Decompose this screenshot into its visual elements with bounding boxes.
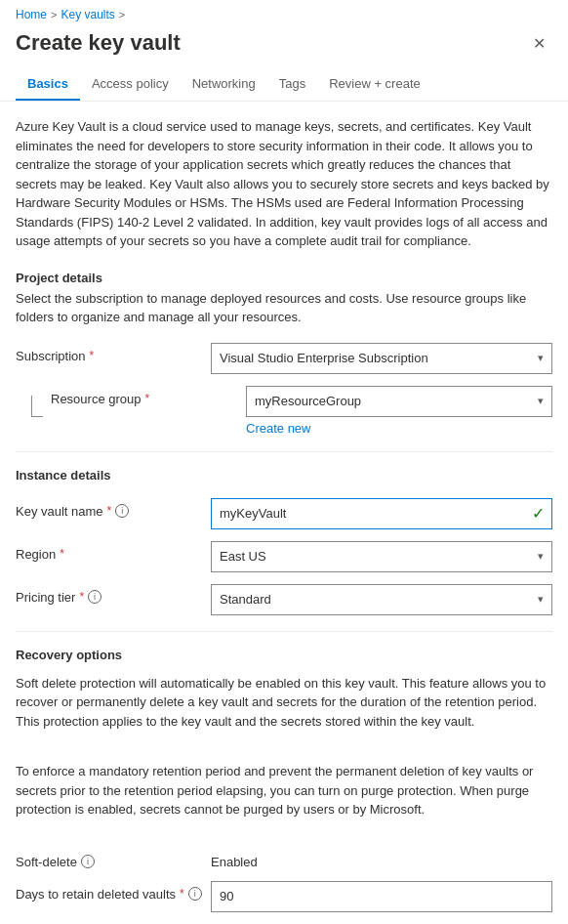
subscription-group: Subscription * Visual Studio Enterprise … — [16, 343, 552, 374]
breadcrumb-sep1: > — [51, 9, 57, 21]
region-chevron-icon: ▾ — [538, 550, 544, 563]
breadcrumb: Home > Key vaults > — [0, 0, 568, 25]
key-vault-name-label: Key vault name * i — [16, 498, 211, 519]
instance-details-section: Instance details Key vault name * i ✓ Re… — [16, 468, 552, 615]
region-dropdown[interactable]: East US ▾ — [211, 541, 552, 572]
tab-basics[interactable]: Basics — [16, 68, 80, 101]
instance-details-heading: Instance details — [16, 468, 552, 483]
days-retain-control — [211, 881, 552, 912]
tab-bar: Basics Access policy Networking Tags Rev… — [0, 68, 568, 102]
days-retain-required: * — [180, 887, 184, 901]
project-details-sub: Select the subscription to manage deploy… — [16, 289, 552, 327]
tab-tags[interactable]: Tags — [267, 68, 317, 101]
resource-group-value: myResourceGroup — [255, 394, 361, 408]
days-retain-group: Days to retain deleted vaults * i — [16, 881, 552, 912]
key-vault-name-input[interactable] — [211, 498, 552, 529]
resource-group-dropdown[interactable]: myResourceGroup ▾ — [246, 386, 552, 417]
region-group: Region * East US ▾ — [16, 541, 552, 572]
resource-group-chevron-icon: ▾ — [538, 395, 544, 407]
recovery-description-1: Soft delete protection will automaticall… — [16, 674, 552, 732]
subscription-label: Subscription * — [16, 343, 211, 363]
soft-delete-label: Soft-delete i — [16, 855, 211, 869]
soft-delete-group: Soft-delete i Enabled — [16, 855, 552, 869]
recovery-options-heading: Recovery options — [16, 648, 552, 662]
subscription-value: Visual Studio Enterprise Subscription — [220, 351, 428, 365]
key-vault-name-required: * — [107, 504, 112, 518]
recovery-description-2: To enforce a mandatory retention period … — [16, 762, 552, 819]
pricing-tier-value: Standard — [220, 592, 271, 607]
close-button[interactable]: ✕ — [525, 29, 552, 57]
recovery-options-section: Recovery options Soft delete protection … — [16, 648, 552, 925]
pricing-tier-group: Pricing tier * i Standard ▾ — [16, 584, 552, 615]
resource-group-control: myResourceGroup ▾ Create new — [246, 386, 552, 436]
resource-group-required: * — [145, 392, 150, 405]
region-value: East US — [220, 549, 266, 564]
divider-1 — [16, 451, 552, 452]
tab-review-create[interactable]: Review + create — [317, 68, 432, 101]
divider-2 — [16, 631, 552, 632]
page-title: Create key vault — [16, 30, 181, 56]
breadcrumb-keyvaults[interactable]: Key vaults — [61, 8, 114, 21]
tab-networking[interactable]: Networking — [181, 68, 267, 101]
project-details-section: Project details Select the subscription … — [16, 271, 552, 436]
key-vault-name-info-icon[interactable]: i — [115, 504, 129, 518]
breadcrumb-home[interactable]: Home — [16, 8, 47, 21]
create-new-link[interactable]: Create new — [246, 421, 310, 436]
region-label: Region * — [16, 541, 211, 562]
resource-group-group: Resource group * myResourceGroup ▾ Creat… — [16, 386, 552, 436]
description-text: Azure Key Vault is a cloud service used … — [16, 117, 552, 251]
pricing-tier-label: Pricing tier * i — [16, 584, 211, 605]
pricing-tier-control: Standard ▾ — [211, 584, 552, 615]
project-details-heading: Project details — [16, 271, 552, 285]
pricing-tier-info-icon[interactable]: i — [88, 590, 101, 604]
resource-group-label: Resource group * — [51, 386, 246, 406]
subscription-dropdown[interactable]: Visual Studio Enterprise Subscription ▾ — [211, 343, 552, 374]
subscription-chevron-icon: ▾ — [538, 352, 544, 364]
close-icon: ✕ — [533, 34, 546, 53]
days-retain-info-icon[interactable]: i — [188, 887, 202, 901]
key-vault-name-group: Key vault name * i ✓ — [16, 498, 552, 529]
region-required: * — [60, 547, 64, 561]
tab-access-policy[interactable]: Access policy — [80, 68, 181, 101]
subscription-required: * — [90, 349, 95, 362]
pricing-tier-required: * — [79, 590, 84, 604]
soft-delete-info-icon[interactable]: i — [81, 855, 95, 868]
region-control: East US ▾ — [211, 541, 552, 572]
key-vault-name-input-wrap: ✓ — [211, 498, 552, 529]
subscription-control: Visual Studio Enterprise Subscription ▾ — [211, 343, 552, 374]
soft-delete-value: Enabled — [211, 855, 258, 869]
key-vault-name-control: ✓ — [211, 498, 552, 529]
days-retain-label: Days to retain deleted vaults * i — [16, 881, 211, 902]
breadcrumb-sep2: > — [119, 9, 125, 21]
main-content: Azure Key Vault is a cloud service used … — [0, 102, 568, 924]
days-retain-input[interactable] — [211, 881, 552, 912]
page-header: Create key vault ✕ — [0, 25, 568, 68]
key-vault-name-check-icon: ✓ — [532, 504, 545, 523]
pricing-tier-dropdown[interactable]: Standard ▾ — [211, 584, 552, 615]
pricing-tier-chevron-icon: ▾ — [538, 593, 544, 606]
